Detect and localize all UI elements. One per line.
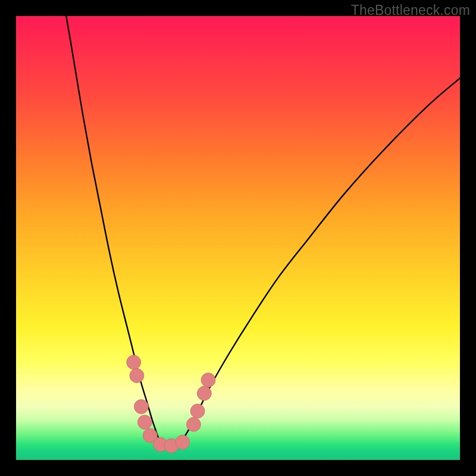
bottleneck-curve: [66, 16, 460, 449]
outer-frame: TheBottleneck.com: [0, 0, 476, 476]
data-marker: [137, 415, 152, 430]
data-marker: [134, 400, 149, 414]
data-marker: [197, 386, 211, 400]
data-marker: [190, 404, 205, 418]
data-marker: [176, 435, 190, 449]
chart-svg: [16, 16, 460, 460]
plot-area: [16, 16, 460, 460]
data-marker: [130, 368, 144, 383]
data-marker: [187, 417, 201, 431]
data-marker: [127, 355, 141, 369]
data-marker: [201, 373, 215, 387]
watermark-text: TheBottleneck.com: [351, 2, 470, 18]
